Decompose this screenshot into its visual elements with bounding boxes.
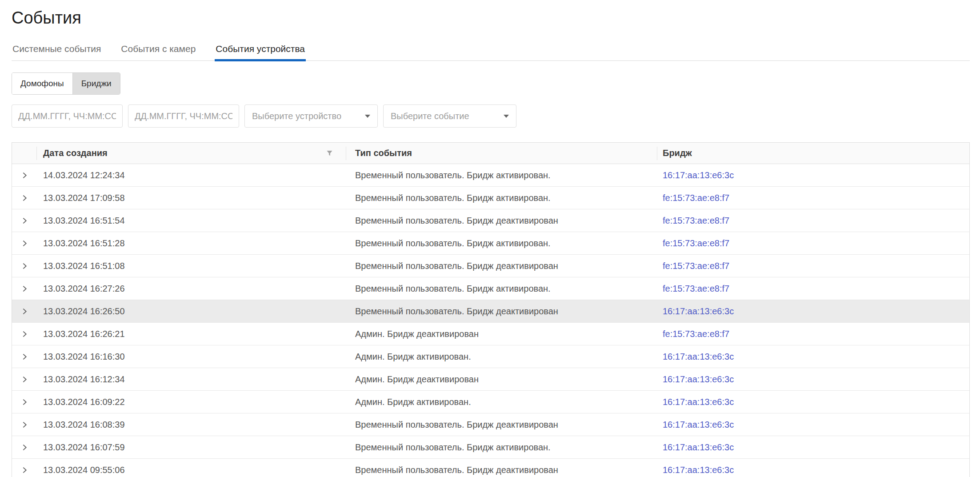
device-select[interactable]: Выберите устройство bbox=[244, 104, 378, 128]
bridge-mac-link[interactable]: 16:17:aa:13:e6:3c bbox=[663, 170, 734, 180]
header-expand-column bbox=[12, 143, 37, 164]
cell-bridge: fe:15:73:ae:e8:f7 bbox=[657, 209, 969, 232]
cell-bridge: fe:15:73:ae:e8:f7 bbox=[657, 187, 969, 209]
header-event-type-label: Тип события bbox=[355, 148, 412, 158]
table-row[interactable]: 13.03.2024 16:12:34 Админ. Бридж деактив… bbox=[12, 368, 969, 391]
bridge-mac-link[interactable]: fe:15:73:ae:e8:f7 bbox=[663, 216, 729, 226]
cell-bridge: fe:15:73:ae:e8:f7 bbox=[657, 323, 969, 345]
bridge-mac-link[interactable]: 16:17:aa:13:e6:3c bbox=[663, 442, 734, 453]
cell-event-type: Админ. Бридж активирован. bbox=[346, 391, 657, 413]
expand-row-button[interactable] bbox=[12, 413, 37, 436]
cell-created-date: 13.03.2024 16:16:30 bbox=[37, 345, 346, 368]
bridge-mac-link[interactable]: 16:17:aa:13:e6:3c bbox=[663, 352, 734, 362]
cell-event-type: Временный пользователь. Бридж активирова… bbox=[346, 164, 657, 186]
cell-event-type: Временный пользователь. Бридж деактивиро… bbox=[346, 209, 657, 232]
events-table: Дата создания Тип события Бридж bbox=[12, 142, 970, 477]
expand-row-button[interactable] bbox=[12, 300, 37, 322]
expand-row-button[interactable] bbox=[12, 255, 37, 277]
cell-event-type: Временный пользователь. Бридж активирова… bbox=[346, 277, 657, 300]
table-row[interactable]: 13.03.2024 16:16:30 Админ. Бридж активир… bbox=[12, 345, 969, 368]
expand-row-button[interactable] bbox=[12, 209, 37, 232]
table-row[interactable]: 13.03.2024 16:51:54 Временный пользовате… bbox=[12, 209, 969, 232]
cell-event-type: Временный пользователь. Бридж деактивиро… bbox=[346, 459, 657, 477]
chevron-right-icon bbox=[21, 262, 28, 270]
chevron-right-icon bbox=[21, 285, 28, 293]
date-from-input[interactable] bbox=[12, 104, 123, 128]
chevron-right-icon bbox=[21, 376, 28, 383]
cell-created-date: 13.03.2024 16:26:21 bbox=[37, 323, 346, 345]
cell-bridge: 16:17:aa:13:e6:3c bbox=[657, 300, 969, 322]
event-select-placeholder: Выберите событие bbox=[391, 111, 469, 121]
table-row[interactable]: 13.03.2024 16:09:22 Админ. Бридж активир… bbox=[12, 391, 969, 413]
cell-created-date: 13.03.2024 09:55:06 bbox=[37, 459, 346, 477]
bridge-mac-link[interactable]: fe:15:73:ae:e8:f7 bbox=[663, 284, 729, 294]
tab-camera-events[interactable]: События с камер bbox=[120, 42, 196, 60]
expand-row-button[interactable] bbox=[12, 459, 37, 477]
table-row[interactable]: 14.03.2024 12:24:34 Временный пользовате… bbox=[12, 164, 969, 187]
chevron-right-icon bbox=[21, 466, 28, 474]
expand-row-button[interactable] bbox=[12, 164, 37, 186]
bridge-mac-link[interactable]: fe:15:73:ae:e8:f7 bbox=[663, 193, 729, 203]
bridge-mac-link[interactable]: 16:17:aa:13:e6:3c bbox=[663, 374, 734, 385]
bridge-mac-link[interactable]: fe:15:73:ae:e8:f7 bbox=[663, 329, 729, 339]
bridge-mac-link[interactable]: 16:17:aa:13:e6:3c bbox=[663, 397, 734, 407]
expand-cell bbox=[12, 277, 37, 300]
chevron-right-icon bbox=[21, 421, 28, 429]
cell-created-date: 13.03.2024 16:07:59 bbox=[37, 436, 346, 458]
expand-cell bbox=[12, 436, 37, 458]
expand-row-button[interactable] bbox=[12, 391, 37, 413]
cell-event-type: Временный пользователь. Бридж деактивиро… bbox=[346, 413, 657, 436]
bridge-mac-link[interactable]: 16:17:aa:13:e6:3c bbox=[663, 306, 734, 317]
expand-cell bbox=[12, 345, 37, 368]
bridge-mac-link[interactable]: fe:15:73:ae:e8:f7 bbox=[663, 261, 729, 271]
table-row[interactable]: 13.03.2024 16:27:26 Временный пользовате… bbox=[12, 277, 969, 300]
table-row[interactable]: 13.03.2024 16:08:39 Временный пользовате… bbox=[12, 413, 969, 436]
cell-event-type: Временный пользователь. Бридж активирова… bbox=[346, 436, 657, 458]
cell-event-type: Временный пользователь. Бридж деактивиро… bbox=[346, 300, 657, 322]
chevron-right-icon bbox=[21, 217, 28, 224]
header-event-type-column: Тип события bbox=[346, 143, 657, 164]
cell-created-date: 13.03.2024 16:12:34 bbox=[37, 368, 346, 390]
expand-row-button[interactable] bbox=[12, 323, 37, 345]
cell-created-date: 13.03.2024 17:09:58 bbox=[37, 187, 346, 209]
chevron-right-icon bbox=[21, 444, 28, 451]
expand-row-button[interactable] bbox=[12, 368, 37, 390]
table-row[interactable]: 13.03.2024 16:51:28 Временный пользовате… bbox=[12, 232, 969, 255]
cell-created-date: 13.03.2024 16:27:26 bbox=[37, 277, 346, 300]
header-bridge-label: Бридж bbox=[663, 148, 692, 158]
cell-bridge: 16:17:aa:13:e6:3c bbox=[657, 164, 969, 186]
table-row[interactable]: 13.03.2024 16:26:21 Админ. Бридж деактив… bbox=[12, 323, 969, 345]
device-type-toggle: Домофоны Бриджи bbox=[12, 72, 120, 95]
table-row[interactable]: 13.03.2024 17:09:58 Временный пользовате… bbox=[12, 187, 969, 209]
table-row[interactable]: 13.03.2024 16:26:50 Временный пользовате… bbox=[12, 300, 969, 323]
bridge-mac-link[interactable]: 16:17:aa:13:e6:3c bbox=[663, 420, 734, 430]
expand-row-button[interactable] bbox=[12, 277, 37, 300]
expand-cell bbox=[12, 368, 37, 390]
filter-funnel-icon[interactable] bbox=[326, 150, 333, 156]
bridge-mac-link[interactable]: fe:15:73:ae:e8:f7 bbox=[663, 238, 729, 249]
bridges-toggle-button[interactable]: Бриджи bbox=[72, 73, 120, 94]
cell-event-type: Временный пользователь. Бридж активирова… bbox=[346, 187, 657, 209]
page-title: События bbox=[12, 8, 970, 28]
cell-bridge: fe:15:73:ae:e8:f7 bbox=[657, 277, 969, 300]
tab-device-events[interactable]: События устройства bbox=[215, 42, 306, 60]
chevron-right-icon bbox=[21, 330, 28, 338]
chevron-right-icon bbox=[21, 353, 28, 361]
expand-row-button[interactable] bbox=[12, 232, 37, 254]
expand-cell bbox=[12, 187, 37, 209]
chevron-right-icon bbox=[21, 194, 28, 202]
table-row[interactable]: 13.03.2024 09:55:06 Временный пользовате… bbox=[12, 459, 969, 477]
cell-bridge: fe:15:73:ae:e8:f7 bbox=[657, 232, 969, 254]
expand-row-button[interactable] bbox=[12, 345, 37, 368]
expand-row-button[interactable] bbox=[12, 436, 37, 458]
table-row[interactable]: 13.03.2024 16:07:59 Временный пользовате… bbox=[12, 436, 969, 459]
table-row[interactable]: 13.03.2024 16:51:08 Временный пользовате… bbox=[12, 255, 969, 277]
event-select[interactable]: Выберите событие bbox=[383, 104, 516, 128]
intercoms-toggle-button[interactable]: Домофоны bbox=[12, 73, 72, 94]
expand-row-button[interactable] bbox=[12, 187, 37, 209]
bridge-mac-link[interactable]: 16:17:aa:13:e6:3c bbox=[663, 465, 734, 475]
cell-bridge: fe:15:73:ae:e8:f7 bbox=[657, 255, 969, 277]
date-to-input[interactable] bbox=[128, 104, 239, 128]
tab-system-events[interactable]: Системные события bbox=[12, 42, 102, 60]
cell-bridge: 16:17:aa:13:e6:3c bbox=[657, 413, 969, 436]
